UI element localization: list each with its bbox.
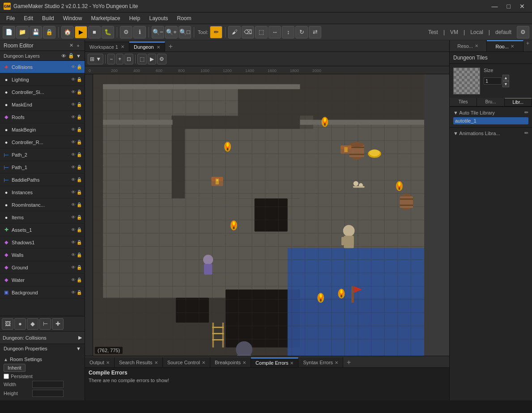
toolbar-settings[interactable]: ⚙ [120,26,132,38]
menu-help[interactable]: Help [125,14,145,22]
tab-workspace1-close[interactable]: ✕ [121,44,124,49]
sub-tab-libr[interactable]: Libr... [505,98,532,106]
layer-vis-maskend[interactable]: 👁 [71,102,76,107]
menu-file[interactable]: File [2,14,19,22]
layer-lock-path1[interactable]: 🔒 [77,165,82,170]
layer-lock-roofs[interactable]: 🔒 [77,115,82,119]
out-tab-breakpoints[interactable]: Breakpoints ✕ [210,358,251,367]
menu-window[interactable]: Window [59,14,87,22]
out-tab-source-close[interactable]: ✕ [202,360,205,365]
layer-item-roofs[interactable]: ◆ Roofs 👁 🔒 [0,111,85,123]
right-tab-reso[interactable]: Reso... ✕ [450,40,487,51]
layer-vis-instances[interactable]: 👁 [71,190,76,195]
dungeon-props-arrow[interactable]: ▼ [76,346,81,351]
persistent-checkbox[interactable] [4,374,9,379]
out-tab-output-close[interactable]: ✕ [106,360,110,365]
layer-item-maskbegin[interactable]: ● MaskBegin 👁 🔒 [0,123,85,136]
menu-marketplace[interactable]: Marketplace [86,14,124,22]
layer-lock-instances[interactable]: 🔒 [77,190,82,195]
layer-item-shadows1[interactable]: ◆ Shadows1 👁 🔒 [0,236,85,249]
local-button[interactable]: Local [468,28,486,36]
layer-item-background[interactable]: ▣ Background 👁 🔒 [0,286,85,299]
right-tab-add[interactable]: + [523,40,532,51]
toolbar-zoom-in[interactable]: 🔍+ [165,26,178,38]
minimize-button[interactable]: — [488,2,502,11]
toolbar-eraser[interactable]: ⌫ [242,26,254,38]
toolbar-save-all[interactable]: 💾 [30,26,42,38]
layer-lock-ground[interactable]: 🔒 [77,265,82,270]
layer-item-water[interactable]: ◆ Water 👁 🔒 [0,274,85,286]
out-tab-search-close[interactable]: ✕ [154,360,158,365]
layer-lock-items[interactable]: 🔒 [77,215,82,220]
layer-vis-roominstances[interactable]: 👁 [71,202,76,207]
layer-item-items[interactable]: ● Items 👁 🔒 [0,211,85,224]
toolbar-new[interactable]: 📄 [3,26,15,38]
toolbar-zoom-fit[interactable]: 🔍□ [179,26,191,38]
layer-vis-controller-si[interactable]: 👁 [71,89,76,94]
layer-lock-walls[interactable]: 🔒 [77,252,82,257]
width-input[interactable]: 2048 [32,381,64,388]
layer-vis-water[interactable]: 👁 [71,277,76,282]
layer-item-walls[interactable]: ◆ Walls 👁 🔒 [0,249,85,261]
toolbar-gear[interactable]: ⚙ [517,26,529,38]
right-tab-room[interactable]: Roo... ✕ [487,40,524,51]
maximize-button[interactable]: □ [503,2,514,11]
layer-item-assets1[interactable]: ✚ Assets_1 👁 🔒 [0,224,85,236]
layer-item-path2[interactable]: ⊢ Path_2 👁 🔒 [0,149,85,161]
autotile-edit-icon[interactable]: ✏ [524,110,528,115]
menu-edit[interactable]: Edit [19,14,38,22]
out-tab-add[interactable]: + [343,358,354,367]
out-tab-output[interactable]: Output ✕ [85,358,115,367]
size-down-arrow[interactable]: ▼ [502,81,509,87]
sub-tab-tiles[interactable]: Tiles [450,98,477,106]
toolbar-save[interactable]: 🔒 [43,26,55,38]
out-tab-compile-errors[interactable]: Compile Errors ✕ [251,358,298,367]
default-button[interactable]: default [493,28,514,36]
toolbar-open[interactable]: 📁 [16,26,29,38]
layer-item-path1[interactable]: ⊢ Path_1 👁 🔒 [0,161,85,174]
layer-lock-controller-r[interactable]: 🔒 [77,140,82,145]
layers-visibility-icon[interactable]: 👁 [61,53,66,59]
layer-vis-path1[interactable]: 👁 [71,165,76,170]
layer-expand-arrow[interactable]: ▶ [78,335,82,341]
lb-add-instance[interactable]: ● [14,318,26,330]
toolbar-mirror[interactable]: ⇄ [309,26,321,38]
anim-edit-icon[interactable]: ✏ [524,130,528,136]
layer-item-ground[interactable]: ◆ Ground 👁 🔒 [0,261,85,274]
lb-add-path[interactable]: ⊢ [39,318,51,330]
layer-lock-maskend[interactable]: 🔒 [77,102,82,107]
layer-vis-roofs[interactable]: 👁 [71,115,76,119]
rt-play-room[interactable]: ▶ [148,54,156,64]
layer-vis-controller-r[interactable]: 👁 [71,140,76,145]
out-tab-search[interactable]: Search Results ✕ [115,358,163,367]
layer-item-baddipaths[interactable]: ⊢ BaddiePaths 👁 🔒 [0,174,85,186]
rt-settings[interactable]: ⚙ [157,54,166,64]
lb-add-tile[interactable]: ◆ [27,318,38,330]
layer-lock-roominstances[interactable]: 🔒 [77,202,82,207]
out-tab-syntax[interactable]: Syntax Errors ✕ [298,358,343,367]
toolbar-select[interactable]: ⬚ [255,26,268,38]
rt-zoom-in[interactable]: + [116,54,123,64]
layer-lock-path2[interactable]: 🔒 [77,152,82,157]
test-button[interactable]: Test [426,28,441,36]
out-tab-source[interactable]: Source Control ✕ [163,358,210,367]
layer-vis-walls[interactable]: 👁 [71,252,76,257]
layer-lock-background[interactable]: 🔒 [77,290,82,295]
lb-add-bg[interactable]: 🖼 [2,318,13,330]
toolbar-info[interactable]: ℹ [133,26,146,38]
layer-vis-assets1[interactable]: 👁 [71,227,76,232]
layer-item-lighting[interactable]: ● Lighting 👁 🔒 [0,73,85,86]
menu-room[interactable]: Room [173,14,196,22]
layer-item-instances[interactable]: ● Instances 👁 🔒 [0,186,85,199]
toolbar-flip-v[interactable]: ↕ [282,26,294,38]
layer-vis-baddipaths[interactable]: 👁 [71,177,76,182]
layer-vis-background[interactable]: 👁 [71,290,76,295]
right-tab-reso-close[interactable]: ✕ [475,43,478,48]
panel-close-button[interactable]: ✕ [68,42,75,49]
close-button[interactable]: ✕ [516,2,528,11]
tab-dungeon[interactable]: Dungeon ✕ [129,42,165,51]
panel-add-button[interactable]: + [76,42,81,49]
layer-vis-items[interactable]: 👁 [71,215,76,220]
layer-lock-controller-si[interactable]: 🔒 [77,89,82,94]
menu-build[interactable]: Build [38,14,59,22]
